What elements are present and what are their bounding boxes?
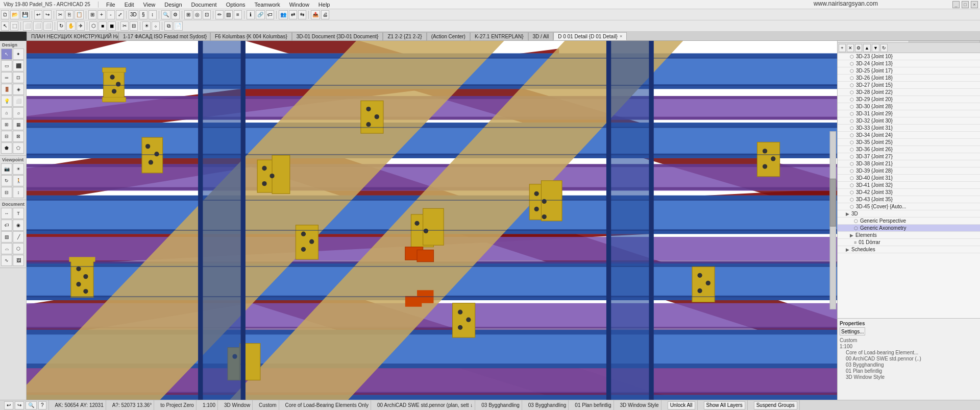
rp-list-item-3D-42[interactable]: ⬡3D-42 {Joint 33} bbox=[838, 189, 980, 196]
view-side-btn[interactable]: ⬜ bbox=[43, 21, 53, 31]
arrow-tool-btn[interactable]: ↖ bbox=[1, 21, 9, 31]
menu-edit[interactable]: Edit bbox=[123, 2, 136, 8]
publish-btn[interactable]: 📤 bbox=[311, 10, 320, 19]
redo-btn[interactable]: ↪ bbox=[43, 10, 52, 19]
figure-tool[interactable]: 🖼 bbox=[13, 255, 24, 266]
help-btn[interactable]: ? bbox=[38, 401, 46, 409]
floor-btn[interactable]: ⬦ bbox=[152, 21, 160, 31]
curtain-tool[interactable]: ▦ bbox=[13, 119, 24, 130]
shadow-btn[interactable]: ☀ bbox=[142, 21, 151, 31]
dimension-tool[interactable]: ↔ bbox=[1, 208, 12, 219]
menu-options[interactable]: Options bbox=[225, 2, 247, 8]
redo-btn[interactable]: ↪ bbox=[15, 401, 24, 409]
rp-list-item-elements-group[interactable]: ▶Elements bbox=[838, 232, 980, 239]
stair-tool[interactable]: ⊟ bbox=[1, 131, 12, 142]
open-btn[interactable]: 📂 bbox=[10, 10, 19, 19]
rp-list-item-generic-perspective[interactable]: ⬡Generic Perspective bbox=[838, 218, 980, 225]
3d-btn[interactable]: 3D bbox=[129, 10, 138, 19]
settings-btn[interactable]: ⚙ bbox=[172, 10, 180, 19]
suspend-groups-button[interactable]: Suspend Groups bbox=[754, 401, 797, 409]
rp-list-item-3D-34[interactable]: ⬡3D-34 {Joint 24} bbox=[838, 132, 980, 139]
tab-6[interactable]: K-27.1 ENTREPLAN} bbox=[470, 32, 528, 40]
save-btn[interactable]: 💾 bbox=[20, 10, 30, 19]
view-top-btn[interactable]: ⬜ bbox=[33, 21, 42, 31]
marker-tool[interactable]: ◉ bbox=[13, 220, 24, 231]
fill-btn[interactable]: ▨ bbox=[225, 10, 233, 19]
tab-3[interactable]: 3D-01 Document {3D-01 Document} bbox=[292, 32, 383, 40]
info-btn[interactable]: ℹ bbox=[247, 10, 255, 19]
rp-list-item-3D-36[interactable]: ⬡3D-36 {Joint 26} bbox=[838, 146, 980, 153]
zoom-fit-btn[interactable]: ⤢ bbox=[116, 10, 124, 19]
rp-list-item-3D-24[interactable]: ⬡3D-24 {Joint 13} bbox=[838, 60, 980, 67]
new-btn[interactable]: 🗋 bbox=[1, 10, 9, 19]
sun-tool[interactable]: ☀ bbox=[13, 163, 24, 175]
rp-list-item-3D-30[interactable]: ⬡3D-30 {Joint 28} bbox=[838, 103, 980, 110]
elevation-btn[interactable]: ↕ bbox=[149, 10, 157, 19]
zoom-in-btn[interactable]: + bbox=[97, 10, 106, 19]
wireframe-btn[interactable]: ⬡ bbox=[89, 21, 97, 31]
maximize-button[interactable]: □ bbox=[962, 1, 969, 8]
filter-elem-btn[interactable]: ⧉ bbox=[164, 21, 173, 31]
line-tool[interactable]: ╱ bbox=[13, 231, 24, 243]
zone-tool[interactable]: ⬠ bbox=[13, 142, 24, 154]
tab-4[interactable]: Z1 2-2 {Z1 2-2} bbox=[383, 32, 426, 40]
elevation-marker-tool[interactable]: ↕ bbox=[13, 187, 24, 198]
minimize-button[interactable]: _ bbox=[952, 1, 960, 8]
label-tool[interactable]: 🏷 bbox=[1, 220, 12, 231]
lamp-tool[interactable]: 💡 bbox=[1, 95, 12, 107]
undo-btn[interactable]: ↩ bbox=[34, 10, 42, 19]
morph-tool[interactable]: ⬟ bbox=[1, 142, 12, 154]
walk-tool[interactable]: 🚶 bbox=[13, 175, 24, 186]
menu-design[interactable]: Design bbox=[163, 2, 183, 8]
main-3d-view[interactable] bbox=[27, 41, 837, 400]
orbit-view-tool[interactable]: ↻ bbox=[1, 175, 12, 186]
arc-tool[interactable]: ⌓ bbox=[1, 243, 12, 254]
menu-file[interactable]: File bbox=[105, 2, 117, 8]
undo-btn[interactable]: ↩ bbox=[4, 401, 13, 409]
mark-btn[interactable]: 🏷 bbox=[266, 10, 274, 19]
rp-list-item-3D-35[interactable]: ⬡3D-35 {Joint 25} bbox=[838, 139, 980, 146]
section-cut-btn[interactable]: ⊟ bbox=[130, 21, 138, 31]
menu-document[interactable]: Document bbox=[190, 2, 218, 8]
shaded-btn[interactable]: ■ bbox=[99, 21, 107, 31]
column-tool[interactable]: ⬛ bbox=[13, 60, 24, 71]
copy-btn[interactable]: ⎘ bbox=[65, 10, 74, 19]
show-all-layers-button[interactable]: Show All Layers bbox=[704, 401, 745, 409]
properties-settings-btn[interactable]: Settings... bbox=[840, 327, 865, 335]
cut-btn[interactable]: ✂ bbox=[56, 10, 64, 19]
unlock-all-button[interactable]: Unlock All bbox=[668, 401, 695, 409]
rp-list-item-3D-37[interactable]: ⬡3D-37 {Joint 27} bbox=[838, 153, 980, 160]
rp-list-item-3D-45[interactable]: ⬡3D-45 {Cover} {Auto... bbox=[838, 203, 980, 210]
cut-plane-btn[interactable]: ✂ bbox=[120, 21, 129, 31]
tab-2[interactable]: F6 Kolumbas {K 004 Kolumbas} bbox=[210, 32, 292, 40]
object-tool[interactable]: ◈ bbox=[13, 84, 24, 95]
rp-settings-btn[interactable]: ⚙ bbox=[855, 44, 862, 52]
fill-tool[interactable]: ▨ bbox=[1, 231, 12, 243]
send-btn[interactable]: ⇄ bbox=[289, 10, 297, 19]
tab-5[interactable]: (Action Center) bbox=[427, 32, 470, 40]
mesh-tool[interactable]: ⊞ bbox=[1, 119, 12, 130]
snap-btn[interactable]: ◎ bbox=[193, 10, 202, 19]
pen-btn[interactable]: ✏ bbox=[215, 10, 224, 19]
view-front-btn[interactable]: ⬜ bbox=[23, 21, 32, 31]
paste-btn[interactable]: 📋 bbox=[75, 10, 84, 19]
rp-up-btn[interactable]: ▲ bbox=[863, 44, 871, 52]
rp-list-item-3D-29[interactable]: ⬡3D-29 {Joint 20} bbox=[838, 96, 980, 103]
menu-help[interactable]: Help bbox=[317, 2, 332, 8]
rp-list-item-3D-26[interactable]: ⬡3D-26 {Joint 18} bbox=[838, 75, 980, 82]
beam-tool[interactable]: ═ bbox=[1, 72, 12, 83]
rp-list-item-3D-group[interactable]: ▶3D bbox=[838, 210, 980, 218]
rp-down-btn[interactable]: ▼ bbox=[872, 44, 879, 52]
rp-list-item-3D-32[interactable]: ⬡3D-32 {Joint 30} bbox=[838, 117, 980, 125]
pan-btn[interactable]: ✋ bbox=[66, 21, 76, 31]
section-marker-tool[interactable]: ⊟ bbox=[1, 187, 12, 198]
roof-tool[interactable]: ⌂ bbox=[1, 107, 12, 118]
render-btn[interactable]: ◼ bbox=[108, 21, 116, 31]
poly-tool[interactable]: ⬡ bbox=[13, 243, 24, 254]
rp-list-item-3D-38[interactable]: ⬡3D-38 {Joint 21} bbox=[838, 160, 980, 167]
rp-list-item-3D-28[interactable]: ⬡3D-28 {Joint 22} bbox=[838, 89, 980, 96]
trace-btn[interactable]: ⊡ bbox=[203, 10, 211, 19]
marquee-btn[interactable]: ⬚ bbox=[10, 21, 18, 31]
rp-list-item-schedules-group[interactable]: ▶Schedules bbox=[838, 246, 980, 253]
slab-tool[interactable]: ⬜ bbox=[13, 95, 24, 107]
